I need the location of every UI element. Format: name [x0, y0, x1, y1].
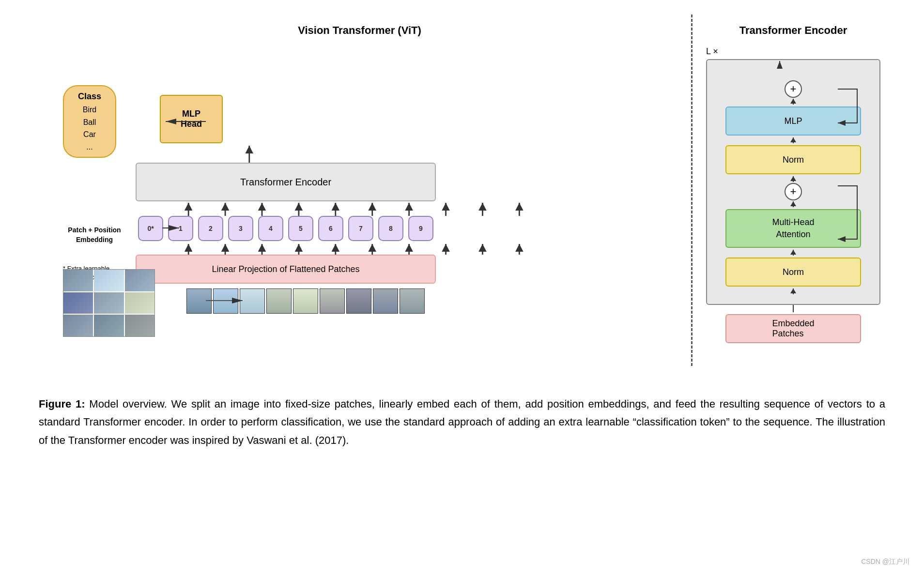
- te-title: Transformer Encoder: [701, 24, 885, 37]
- te-plus-top: +: [785, 80, 802, 98]
- flat-patch-0: [186, 288, 212, 314]
- te-norm-top-label: Norm: [783, 155, 804, 165]
- flat-patch-5: [320, 288, 345, 314]
- te-norm-bottom-block: Norm: [725, 258, 861, 287]
- te-plus-bottom: +: [785, 183, 802, 200]
- class-output-box: Class Bird Ball Car ...: [63, 85, 116, 158]
- pp-label-text: Patch + PositionEmbedding: [68, 226, 121, 243]
- class-ball: Ball: [83, 116, 96, 129]
- flat-patch-2: [240, 288, 265, 314]
- te-embedded-label: EmbeddedPatches: [772, 318, 814, 339]
- patch-position-label: Patch + PositionEmbedding: [63, 226, 126, 244]
- flat-patch-4: [293, 288, 318, 314]
- patches-row: 0* 1 2 3 4 5 6 7 8 9: [136, 216, 436, 241]
- source-image-grid: [63, 269, 155, 337]
- token-3: 3: [228, 216, 253, 241]
- mlp-head-box: MLPHead: [160, 95, 223, 143]
- token-0: 0*: [138, 216, 163, 241]
- token-5: 5: [288, 216, 313, 241]
- linear-projection-box: Linear Projection of Flattened Patches: [136, 255, 436, 284]
- diagram-section: Vision Transformer (ViT) Class Bird Ball…: [29, 15, 895, 366]
- img-patch-0: [63, 270, 93, 291]
- te-norm-top-block: Norm: [725, 145, 861, 174]
- class-label: Class: [78, 90, 101, 104]
- class-car: Car: [83, 128, 96, 141]
- watermark: CSDN @江户川: [861, 558, 909, 566]
- mlp-head-label: MLPHead: [181, 109, 202, 129]
- img-patch-3: [63, 292, 93, 314]
- te-mha-block: Multi-HeadAttention: [725, 209, 861, 248]
- token-4: 4: [258, 216, 283, 241]
- flat-patch-6: [346, 288, 371, 314]
- flat-patch-8: [400, 288, 425, 314]
- img-patch-2: [125, 270, 154, 291]
- te-mlp-block: MLP: [725, 106, 861, 136]
- img-patch-1: [94, 270, 123, 291]
- flat-patch-7: [373, 288, 398, 314]
- token-1: 1: [168, 216, 193, 241]
- figure-label: Figure 1:: [39, 398, 85, 410]
- token-2: 2: [198, 216, 223, 241]
- main-container: Vision Transformer (ViT) Class Bird Ball…: [0, 0, 924, 464]
- token-6: 6: [318, 216, 343, 241]
- img-patch-7: [94, 315, 123, 336]
- te-norm-bottom-label: Norm: [783, 267, 804, 277]
- te-mha-label: Multi-HeadAttention: [772, 216, 814, 241]
- vit-title: Vision Transformer (ViT): [39, 24, 680, 37]
- token-9: 9: [408, 216, 433, 241]
- caption-text: Model overview. We split an image into f…: [39, 398, 885, 446]
- class-ellipsis: ...: [86, 141, 92, 153]
- te-lx-label: L ×: [706, 46, 880, 57]
- img-patch-4: [94, 292, 123, 314]
- vit-inner: Class Bird Ball Car ... MLPHead Transfor…: [39, 46, 680, 356]
- flat-patch-1: [213, 288, 238, 314]
- vit-section: Vision Transformer (ViT) Class Bird Ball…: [29, 15, 690, 366]
- token-7: 7: [348, 216, 373, 241]
- flat-patch-3: [266, 288, 292, 314]
- linear-projection-label: Linear Projection of Flattened Patches: [212, 264, 359, 274]
- te-embedded-patches-block: EmbeddedPatches: [725, 314, 861, 343]
- img-patch-5: [125, 292, 154, 314]
- te-inner: + MLP: [722, 70, 865, 294]
- flat-patches-row: [186, 288, 425, 314]
- transformer-encoder-label: Transformer Encoder: [240, 177, 331, 188]
- figure-caption: Figure 1: Model overview. We split an im…: [29, 395, 895, 449]
- class-bird: Bird: [83, 104, 96, 116]
- img-patch-6: [63, 315, 93, 336]
- transformer-encoder-box: Transformer Encoder: [136, 163, 436, 201]
- te-mlp-label: MLP: [784, 116, 802, 126]
- te-outer-box: + MLP: [706, 59, 880, 305]
- token-8: 8: [378, 216, 403, 241]
- img-patch-8: [125, 315, 154, 336]
- transformer-encoder-section: Transformer Encoder L ×: [692, 15, 895, 366]
